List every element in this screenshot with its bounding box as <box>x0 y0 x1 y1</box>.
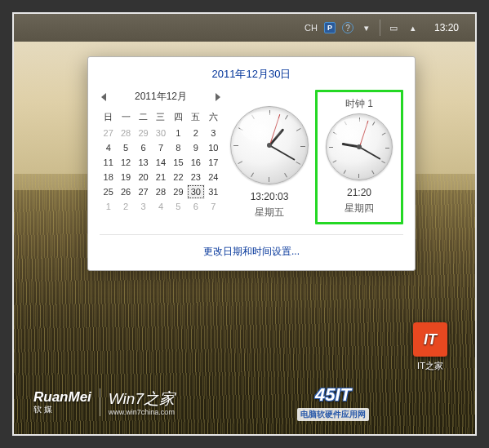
next-month-button[interactable] <box>216 93 220 101</box>
calendar-day[interactable]: 6 <box>135 140 152 155</box>
calendar-day[interactable]: 4 <box>152 199 169 214</box>
calendar-dow: 五 <box>187 109 204 126</box>
tray-overflow-icon[interactable]: ▴ <box>407 21 420 34</box>
calendar: 2011年12月 日一二三四五六272829301234567891011121… <box>100 90 222 214</box>
desktop-wallpaper: CH P ? ▾ ▭ ▴ 13:20 2011年12月30日 2011年12月 … <box>12 12 477 436</box>
taskbar-clock[interactable]: 13:20 <box>429 22 464 33</box>
calendar-dow: 日 <box>100 109 117 126</box>
current-date-header: 2011年12月30日 <box>100 67 403 82</box>
calendar-day[interactable]: 14 <box>152 155 169 170</box>
tray-app-icon[interactable]: P <box>324 22 336 33</box>
date-time-flyout: 2011年12月30日 2011年12月 日一二三四五六272829301234… <box>87 56 416 271</box>
action-center-icon[interactable]: ▭ <box>387 21 400 34</box>
calendar-day[interactable]: 26 <box>117 184 134 199</box>
calendar-day[interactable]: 17 <box>205 155 222 170</box>
calendar-day[interactable]: 28 <box>117 126 134 140</box>
calendar-day[interactable]: 31 <box>205 184 222 199</box>
calendar-day[interactable]: 21 <box>152 170 169 184</box>
calendar-day[interactable]: 25 <box>100 184 117 199</box>
calendar-day[interactable]: 7 <box>152 140 169 155</box>
calendar-day[interactable]: 30 <box>152 126 169 140</box>
calendar-dow: 六 <box>205 109 222 126</box>
clock-weekday: 星期五 <box>255 206 284 220</box>
system-tray: CH P ? ▾ ▭ ▴ <box>305 20 420 36</box>
clock-title: 时钟 1 <box>345 97 373 110</box>
calendar-day[interactable]: 12 <box>117 155 134 170</box>
clock-digital-time: 21:20 <box>347 187 371 198</box>
calendar-dow: 一 <box>117 109 134 126</box>
tray-divider <box>380 20 380 36</box>
calendar-day[interactable]: 28 <box>152 184 169 199</box>
watermark-45it: 45IT 电脑软硬件应用网 <box>297 384 369 421</box>
calendar-day[interactable]: 2 <box>117 199 134 214</box>
calendar-day[interactable]: 3 <box>135 199 152 214</box>
calendar-day[interactable]: 29 <box>135 126 152 140</box>
calendar-day[interactable]: 7 <box>205 199 222 214</box>
desktop-shortcut-ithome[interactable]: IT IT之家 <box>408 322 452 372</box>
calendar-day[interactable]: 23 <box>187 170 204 184</box>
clock-weekday: 星期四 <box>345 202 374 215</box>
change-date-time-settings-link[interactable]: 更改日期和时间设置... <box>100 234 403 264</box>
calendar-dow: 四 <box>170 109 187 126</box>
calendar-day[interactable]: 19 <box>117 170 134 184</box>
calendar-day[interactable]: 9 <box>187 140 204 155</box>
prev-month-button[interactable] <box>101 93 106 101</box>
ruanmei-logo: RuanMei软媒 <box>33 389 91 415</box>
ithome-app-icon: IT <box>413 322 447 357</box>
calendar-day[interactable]: 27 <box>100 126 117 140</box>
watermark-left: RuanMei软媒 Win7之家www.win7china.com <box>33 388 175 416</box>
desktop-shortcut-label: IT之家 <box>408 360 452 372</box>
calendar-day[interactable]: 11 <box>100 155 117 170</box>
calendar-day[interactable]: 16 <box>187 155 204 170</box>
help-icon[interactable]: ? <box>342 22 353 33</box>
calendar-day[interactable]: 8 <box>170 140 187 155</box>
analog-clock-face <box>326 113 393 180</box>
calendar-day[interactable]: 22 <box>170 170 187 184</box>
win7china-logo: Win7之家www.win7china.com <box>109 388 175 416</box>
taskbar: CH P ? ▾ ▭ ▴ 13:20 <box>14 14 475 42</box>
calendar-day[interactable]: 10 <box>205 140 222 155</box>
calendar-day[interactable]: 1 <box>100 199 117 214</box>
ime-indicator[interactable]: CH <box>305 21 318 34</box>
calendar-dow: 三 <box>152 109 169 126</box>
calendar-day[interactable]: 2 <box>187 126 204 140</box>
calendar-day[interactable]: 18 <box>100 170 117 184</box>
clock-digital-time: 13:20:03 <box>251 191 289 202</box>
calendar-day[interactable]: 13 <box>135 155 152 170</box>
calendar-day[interactable]: 24 <box>205 170 222 184</box>
calendar-day[interactable]: 3 <box>205 126 222 140</box>
calendar-day[interactable]: 30 <box>187 184 204 199</box>
calendar-day[interactable]: 15 <box>170 155 187 170</box>
calendar-month-label[interactable]: 2011年12月 <box>135 90 187 104</box>
secondary-clock: 时钟 121:20星期四 <box>315 90 403 224</box>
calendar-day[interactable]: 5 <box>117 140 134 155</box>
chevron-down-icon[interactable]: ▾ <box>360 21 373 34</box>
calendar-day[interactable]: 20 <box>135 170 152 184</box>
calendar-day[interactable]: 29 <box>170 184 187 199</box>
analog-clock-face <box>230 106 309 184</box>
calendar-day[interactable]: 6 <box>187 199 204 214</box>
primary-clock: 13:20:03星期五 <box>230 90 309 224</box>
calendar-day[interactable]: 27 <box>135 184 152 199</box>
calendar-day[interactable]: 4 <box>100 140 117 155</box>
calendar-dow: 二 <box>135 109 152 126</box>
calendar-day[interactable]: 1 <box>170 126 187 140</box>
calendar-day[interactable]: 5 <box>170 199 187 214</box>
